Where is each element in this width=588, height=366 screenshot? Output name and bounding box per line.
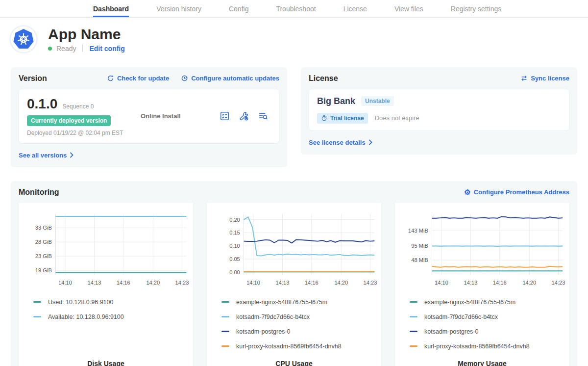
- legend-item: Available: 10.128.0.96:9100: [33, 314, 187, 320]
- monitoring-title: Monitoring: [19, 188, 59, 197]
- svg-text:14:13: 14:13: [276, 279, 290, 285]
- clock-refresh-icon: [181, 75, 188, 82]
- series-dash: [221, 331, 229, 332]
- memory-usage-panel: 14:1014:1314:1614:2014:2348 MiB95 MiB143…: [395, 203, 569, 366]
- stopwatch-icon: [321, 115, 327, 121]
- ready-status-dot: [48, 47, 52, 51]
- install-type-label: Online Install: [141, 112, 181, 120]
- license-expiration: Does not expire: [375, 114, 419, 122]
- legend-item: example-nginx-54f8f76755-l675m: [221, 299, 375, 306]
- license-card-title: License: [309, 74, 338, 83]
- svg-text:95 MiB: 95 MiB: [411, 242, 428, 248]
- chart-title: CPU Usage: [209, 350, 379, 366]
- svg-text:0.00: 0.00: [229, 269, 240, 275]
- page-title: App Name: [48, 26, 125, 42]
- series-dash: [221, 301, 229, 303]
- svg-text:14:23: 14:23: [552, 279, 565, 285]
- configure-automatic-updates-button[interactable]: Configure automatic updates: [181, 75, 279, 82]
- svg-text:14:10: 14:10: [58, 279, 72, 285]
- svg-text:23 GiB: 23 GiB: [35, 253, 52, 259]
- gear-icon: ⚙: [464, 188, 470, 196]
- series-dash: [410, 331, 417, 332]
- svg-text:14:16: 14:16: [493, 279, 507, 285]
- tab-troubleshoot[interactable]: Troubleshoot: [276, 0, 316, 17]
- deployed-timestamp: Deployed 01/19/22 @ 02:04 pm EST: [27, 130, 141, 136]
- legend-item: kotsadm-7f9dc7d66c-b4tcx: [410, 314, 564, 320]
- series-dash: [221, 316, 229, 317]
- license-name: Big Bank: [317, 96, 355, 106]
- tab-config[interactable]: Config: [229, 0, 248, 17]
- svg-text:19 GiB: 19 GiB: [35, 267, 52, 273]
- series-dash: [221, 345, 229, 347]
- refresh-icon: [107, 75, 114, 82]
- svg-text:14:20: 14:20: [146, 279, 160, 285]
- svg-text:14:23: 14:23: [175, 279, 189, 285]
- top-nav: Dashboard Version history Config Trouble…: [0, 0, 588, 18]
- sync-license-button[interactable]: Sync license: [520, 75, 569, 82]
- svg-text:0.05: 0.05: [229, 256, 240, 261]
- memory-usage-chart: 14:1014:1314:1614:2014:2348 MiB95 MiB143…: [397, 209, 567, 289]
- trial-license-badge: Trial license: [317, 113, 368, 124]
- svg-text:14:13: 14:13: [88, 279, 101, 285]
- svg-text:14:20: 14:20: [522, 279, 536, 285]
- view-logs-icon[interactable]: [258, 111, 268, 121]
- preflight-checks-icon[interactable]: [220, 111, 230, 121]
- chart-title: Disk Usage: [21, 350, 191, 366]
- version-card: Version Check for update Configure autom…: [11, 67, 287, 167]
- see-all-versions-link[interactable]: See all versions: [19, 152, 74, 159]
- status-badge: Ready: [56, 45, 76, 52]
- legend-item: kotsadm-7f9dc7d66c-b4tcx: [221, 314, 375, 320]
- channel-badge: Unstable: [361, 96, 394, 106]
- chevron-right-icon: [70, 152, 74, 158]
- divider: [82, 45, 83, 52]
- svg-text:14:10: 14:10: [435, 279, 448, 285]
- series-dash: [33, 301, 41, 303]
- tab-version-history[interactable]: Version history: [156, 0, 201, 17]
- disk-usage-chart: 14:1014:1314:1614:2014:2319 GiB23 GiB28 …: [21, 209, 191, 289]
- series-dash: [410, 301, 417, 303]
- legend-item: Used: 10.128.0.96:9100: [33, 299, 187, 306]
- svg-text:28 GiB: 28 GiB: [35, 238, 52, 244]
- deployed-version-badge: Currently deployed version: [27, 115, 111, 126]
- svg-text:0.15: 0.15: [229, 230, 240, 235]
- svg-text:48 MiB: 48 MiB: [411, 257, 428, 263]
- tab-dashboard[interactable]: Dashboard: [93, 0, 129, 17]
- kubernetes-logo-icon: [11, 26, 36, 52]
- version-sequence: Sequence 0: [62, 103, 94, 110]
- series-dash: [410, 316, 417, 317]
- app-header: App Name Ready Edit config: [11, 26, 577, 52]
- disk-usage-panel: 14:1014:1314:1614:2014:2319 GiB23 GiB28 …: [19, 203, 193, 366]
- monitoring-card: Monitoring ⚙ Configure Prometheus Addres…: [11, 181, 577, 366]
- license-card: License Sync license Big Bank Unstable: [301, 67, 577, 155]
- series-dash: [410, 345, 417, 347]
- svg-text:14:16: 14:16: [117, 279, 130, 285]
- edit-config-wrench-icon[interactable]: [239, 111, 249, 121]
- license-details-panel: Big Bank Unstable Trial license Does not…: [309, 89, 569, 131]
- svg-text:14:20: 14:20: [334, 279, 348, 285]
- svg-text:14:16: 14:16: [305, 279, 318, 285]
- configure-prometheus-button[interactable]: ⚙ Configure Prometheus Address: [464, 188, 569, 196]
- svg-text:0.20: 0.20: [229, 216, 240, 222]
- svg-text:14:23: 14:23: [364, 279, 377, 285]
- check-for-update-button[interactable]: Check for update: [107, 75, 169, 82]
- tab-view-files[interactable]: View files: [394, 0, 423, 17]
- cpu-usage-panel: 14:1014:1314:1614:2014:230.000.050.100.1…: [207, 203, 381, 366]
- tab-license[interactable]: License: [343, 0, 367, 17]
- svg-text:143 MiB: 143 MiB: [408, 228, 428, 234]
- tab-registry-settings[interactable]: Registry settings: [451, 0, 501, 17]
- see-license-details-link[interactable]: See license details: [309, 139, 372, 146]
- svg-text:33 GiB: 33 GiB: [35, 224, 52, 230]
- svg-text:0.10: 0.10: [229, 243, 240, 249]
- legend-item: example-nginx-54f8f76755-l675m: [410, 299, 564, 306]
- chart-title: Memory Usage: [397, 350, 567, 366]
- sync-arrows-icon: [520, 75, 528, 82]
- edit-config-link[interactable]: Edit config: [89, 45, 124, 52]
- chevron-right-icon: [368, 139, 372, 145]
- svg-text:14:13: 14:13: [464, 279, 478, 285]
- legend-item: kurl-proxy-kotsadm-8569fb6454-dnvh8: [221, 343, 375, 350]
- series-dash: [33, 316, 41, 317]
- current-version-panel: 0.1.0 Sequence 0 Currently deployed vers…: [19, 89, 279, 144]
- version-number: 0.1.0: [27, 96, 57, 112]
- legend-item: kotsadm-postgres-0: [410, 328, 564, 335]
- cpu-usage-chart: 14:1014:1314:1614:2014:230.000.050.100.1…: [209, 209, 379, 289]
